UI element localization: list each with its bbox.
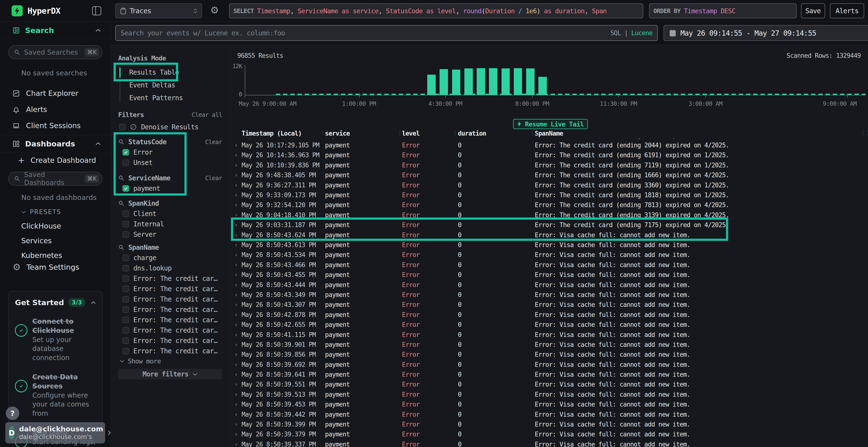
resume-live-tail-button[interactable]: Resume Live Tail bbox=[513, 119, 588, 129]
column-resize-handle-icon[interactable]: ⋮⋮ bbox=[452, 129, 462, 136]
table-row[interactable]: ›May 26 8:50:39.692 PMpaymentError0Error… bbox=[230, 359, 868, 370]
table-row[interactable]: ›May 26 8:50:43.444 PMpaymentError0Error… bbox=[230, 280, 868, 290]
row-expand-icon[interactable]: › bbox=[235, 301, 238, 308]
search-icon[interactable] bbox=[118, 175, 124, 181]
filter-option[interactable]: dns.lookup bbox=[118, 263, 222, 273]
events-histogram[interactable]: 12K 0 May 26 9:00:00 AM1:00:00 PM4:30:00… bbox=[245, 65, 866, 115]
table-row[interactable]: ›May 26 9:03:31.187 PMpaymentError0Error… bbox=[230, 220, 868, 230]
table-row[interactable]: ›May 26 8:50:42.878 PMpaymentError0Error… bbox=[230, 310, 868, 319]
histogram-bar[interactable] bbox=[477, 68, 485, 95]
table-row[interactable]: ›May 26 8:50:43.455 PMpaymentError0Error… bbox=[230, 270, 868, 280]
checkbox[interactable] bbox=[123, 275, 129, 282]
sidebar-item-chart-explorer[interactable]: Chart Explorer bbox=[0, 85, 111, 101]
filter-option[interactable]: Error bbox=[118, 147, 222, 158]
table-row[interactable]: ›May 26 8:50:39.513 PMpaymentError0Error… bbox=[230, 389, 868, 399]
checkbox[interactable] bbox=[123, 337, 129, 344]
table-row[interactable]: ›May 26 8:50:43.349 PMpaymentError0Error… bbox=[230, 290, 868, 300]
checkbox[interactable] bbox=[123, 317, 129, 323]
row-expand-icon[interactable]: › bbox=[235, 361, 238, 368]
save-button[interactable]: Save bbox=[801, 3, 825, 18]
row-expand-icon[interactable]: › bbox=[235, 341, 238, 348]
filter-option[interactable]: Error: The credit card … bbox=[118, 304, 222, 315]
checkbox[interactable] bbox=[123, 327, 129, 334]
hyperdx-logo[interactable]: HyperDX bbox=[11, 5, 60, 16]
lucene-mode-toggle[interactable]: Lucene bbox=[631, 29, 652, 37]
row-expand-icon[interactable]: › bbox=[235, 232, 238, 238]
row-expand-icon[interactable]: › bbox=[235, 431, 238, 438]
table-row[interactable]: ›May 26 9:48:38.405 PMpaymentError0Error… bbox=[230, 170, 868, 180]
table-row[interactable]: ›May 26 10:14:36.963 PMpaymentError0Erro… bbox=[230, 150, 868, 160]
histogram-bar[interactable] bbox=[464, 68, 473, 95]
table-row[interactable]: ›May 26 9:32:54.120 PMpaymentError0Error… bbox=[230, 200, 868, 210]
table-row[interactable]: ›May 26 8:50:39.901 PMpaymentError0Error… bbox=[230, 340, 868, 349]
histogram-bar[interactable] bbox=[501, 68, 510, 95]
checkbox[interactable] bbox=[123, 296, 129, 303]
sidebar-item-team-settings[interactable]: ⚙ Team Settings bbox=[0, 263, 79, 272]
order-by-input[interactable]: ORDER BYTimestamp DESC bbox=[649, 3, 797, 18]
filter-option[interactable]: Error: The credit card … bbox=[118, 336, 222, 346]
source-selector[interactable]: Traces bbox=[115, 3, 202, 18]
checkbox-checked[interactable] bbox=[123, 149, 129, 156]
sql-mode-toggle[interactable]: SQL bbox=[610, 29, 621, 37]
analysis-mode-results-table[interactable]: Results Table bbox=[118, 66, 222, 78]
table-row[interactable]: ›May 26 8:50:39.399 PMpaymentError0Error… bbox=[230, 419, 868, 429]
filter-option[interactable]: Internal bbox=[118, 219, 222, 229]
table-row[interactable]: ›May 26 8:50:41.115 PMpaymentError0Error… bbox=[230, 330, 868, 340]
histogram-bar[interactable] bbox=[538, 77, 547, 95]
column-resize-handle-icon[interactable]: ⋮⋮ bbox=[860, 129, 868, 136]
checkbox[interactable] bbox=[123, 265, 129, 271]
filter-option[interactable]: Error: The credit card … bbox=[118, 315, 222, 325]
row-expand-icon[interactable]: › bbox=[235, 192, 238, 199]
table-row[interactable]: ›May 26 9:33:09.173 PMpaymentError0Error… bbox=[230, 190, 868, 200]
user-account-chip[interactable]: D dale@clickhouse.com dale@clickhouse.co… bbox=[5, 422, 105, 443]
table-row[interactable]: ›May 26 10:17:29.105 PMpaymentError0Erro… bbox=[230, 140, 868, 150]
filter-option[interactable]: Error: The credit card … bbox=[118, 346, 222, 356]
row-expand-icon[interactable]: › bbox=[235, 321, 238, 328]
row-expand-icon[interactable]: › bbox=[235, 262, 238, 268]
histogram-bar[interactable] bbox=[514, 68, 522, 95]
table-row[interactable]: ›May 26 8:50:43.613 PMpaymentError0Error… bbox=[230, 240, 868, 250]
table-row[interactable]: ›May 26 8:50:39.453 PMpaymentError0Error… bbox=[230, 400, 868, 409]
checkbox[interactable] bbox=[123, 306, 129, 313]
get-started-item[interactable]: Connect to ClickHouseSet up your databas… bbox=[15, 317, 96, 363]
saved-dashboards-input[interactable]: Saved Dashboards ⌘K bbox=[8, 172, 102, 186]
preset-item-clickhouse[interactable]: ClickHouse bbox=[0, 222, 111, 230]
column-header-duration[interactable]: duration bbox=[458, 130, 486, 137]
table-row[interactable]: ›May 26 8:50:39.442 PMpaymentError0Error… bbox=[230, 409, 868, 419]
analysis-mode-event-deltas[interactable]: Event Deltas bbox=[118, 79, 222, 91]
filter-option[interactable]: Error: The credit card … bbox=[118, 294, 222, 304]
table-row[interactable]: ›May 26 8:50:39.337 PMpaymentError0Error… bbox=[230, 439, 868, 447]
table-row[interactable]: ›May 26 8:50:39.551 PMpaymentError0Error… bbox=[230, 380, 868, 389]
chevron-up-icon[interactable] bbox=[95, 29, 101, 32]
search-icon[interactable] bbox=[118, 244, 124, 250]
column-resize-handle-icon[interactable]: ⋮⋮ bbox=[397, 129, 406, 136]
table-row[interactable]: ›May 26 8:50:43.534 PMpaymentError0Error… bbox=[230, 250, 868, 260]
chevron-up-icon[interactable] bbox=[91, 301, 96, 304]
checkbox[interactable] bbox=[123, 231, 129, 238]
date-range-picker[interactable]: May 26 09:14:55 - May 27 09:14:55 bbox=[663, 25, 868, 41]
row-expand-icon[interactable]: › bbox=[235, 182, 238, 188]
checkbox[interactable] bbox=[123, 210, 129, 217]
row-expand-icon[interactable]: › bbox=[235, 212, 238, 218]
table-row[interactable]: ›May 26 9:36:27.311 PMpaymentError0Error… bbox=[230, 180, 868, 190]
row-expand-icon[interactable]: › bbox=[235, 381, 238, 388]
checkbox-checked[interactable] bbox=[123, 185, 129, 192]
sidebar-item-alerts[interactable]: Alerts bbox=[0, 101, 111, 117]
histogram-bar[interactable] bbox=[427, 75, 436, 95]
row-expand-icon[interactable]: › bbox=[235, 411, 238, 418]
sidebar-collapse-icon[interactable] bbox=[92, 6, 101, 15]
row-expand-icon[interactable]: › bbox=[235, 281, 238, 288]
table-row[interactable]: ›May 26 8:50:39.641 PMpaymentError0Error… bbox=[230, 370, 868, 379]
filter-option[interactable]: Error: The credit card … bbox=[118, 284, 222, 294]
filter-option[interactable]: Client bbox=[118, 209, 222, 219]
checkbox[interactable] bbox=[123, 286, 129, 292]
row-expand-icon[interactable]: › bbox=[235, 271, 238, 278]
filter-option[interactable]: Unset bbox=[118, 158, 222, 168]
histogram-bar[interactable] bbox=[452, 70, 461, 95]
sidebar-section-dashboards[interactable]: Dashboards bbox=[0, 135, 111, 152]
sidebar-item-client-sessions[interactable]: Client Sessions bbox=[0, 117, 111, 134]
row-expand-icon[interactable]: › bbox=[235, 242, 238, 248]
more-filters-button[interactable]: More filters bbox=[118, 369, 222, 379]
filter-option[interactable]: charge bbox=[118, 253, 222, 263]
help-button[interactable]: ? bbox=[6, 407, 19, 420]
